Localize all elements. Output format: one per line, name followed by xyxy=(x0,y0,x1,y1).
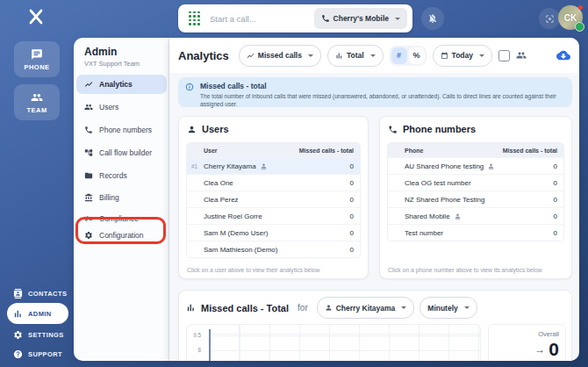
sidebar-item-configuration[interactable]: Configuration xyxy=(76,222,167,248)
cloud-download-button[interactable] xyxy=(556,48,570,62)
user-avatar[interactable]: CK xyxy=(558,5,583,30)
chevron-down-icon xyxy=(401,306,406,309)
y-axis-tick: 8 xyxy=(187,347,201,353)
sidebar-item-records[interactable]: Records xyxy=(76,166,167,185)
row-value: 0 xyxy=(518,229,563,237)
chart-interval-dropdown[interactable]: Minutely xyxy=(419,297,477,319)
chart-plot-area: 9.5 8 6.5 xyxy=(186,324,481,361)
chart-user-dropdown[interactable]: Cherry Kitayama xyxy=(317,297,415,319)
row-value: 0 xyxy=(314,229,360,237)
sidebar-item-analytics[interactable]: Analytics xyxy=(76,75,167,94)
table-row[interactable]: Sam Mathieson (Demo) 0 xyxy=(187,241,360,257)
compare-checkbox[interactable] xyxy=(498,50,510,61)
line-chart-icon xyxy=(247,52,255,60)
row-name: NZ Shared Phone Testing xyxy=(405,196,518,204)
app-window: PHONE TEAM CONTACTS ADMIN SETTINGS SUPPO… xyxy=(0,0,588,367)
row-value: 0 xyxy=(314,179,360,187)
people-icon xyxy=(516,50,527,61)
aggregation-dropdown[interactable]: Total xyxy=(327,45,384,67)
unit-percent-toggle[interactable]: % xyxy=(409,47,425,64)
row-value: 0 xyxy=(314,162,360,170)
date-range-dropdown[interactable]: Today xyxy=(433,45,492,67)
focus-mode-button[interactable] xyxy=(539,8,560,29)
page-title: Analytics xyxy=(178,49,229,62)
start-call-box[interactable]: Cherry's Mobile xyxy=(178,4,412,32)
assigned-user-icon xyxy=(487,162,495,170)
users-panel-title: Users xyxy=(187,124,229,134)
phones-panel-hint: Click on a phone number above to view it… xyxy=(388,267,542,273)
start-call-input[interactable] xyxy=(208,13,314,25)
row-name: Sam M (Demo User) xyxy=(204,229,314,237)
admin-sidebar: Admin VXT Support Team Analytics Users P… xyxy=(74,38,169,361)
table-row[interactable]: Clea One 0 xyxy=(187,174,360,191)
users-table: User Missed calls - total #1 Cherry Kita… xyxy=(186,142,361,258)
overall-summary-card: Overall → 0 xyxy=(488,324,566,361)
overall-value: 0 xyxy=(549,339,559,360)
chart-title: Missed calls - Total xyxy=(201,303,289,313)
row-value: 0 xyxy=(518,212,563,220)
table-row[interactable]: NZ Shared Phone Testing 0 xyxy=(388,191,563,207)
bank-icon xyxy=(84,193,93,202)
phone-handset-icon xyxy=(388,125,398,134)
sidebar-item-phone-numbers[interactable]: Phone numbers xyxy=(76,120,167,140)
device-selector-dropdown[interactable]: Cherry's Mobile xyxy=(314,8,407,29)
sidebar-item-billing[interactable]: Billing xyxy=(76,188,167,207)
contacts-icon xyxy=(13,289,23,299)
sidebar-item-call-flow-builder[interactable]: Call flow builder xyxy=(76,143,167,162)
device-selector-label: Cherry's Mobile xyxy=(333,14,389,23)
nav-phone-button[interactable]: PHONE xyxy=(14,41,60,77)
assigned-user-icon xyxy=(260,162,268,170)
trend-arrow-icon: → xyxy=(534,343,545,356)
sidebar-item-users[interactable]: Users xyxy=(76,97,167,117)
chart-panel: Missed calls - Total for Cherry Kitayama… xyxy=(178,290,572,361)
phone-handset-icon xyxy=(84,126,93,134)
nav-team-button[interactable]: TEAM xyxy=(14,84,60,120)
nav-admin[interactable]: ADMIN xyxy=(7,303,68,324)
row-value: 0 xyxy=(314,196,360,204)
info-banner: Missed calls - total The total number of… xyxy=(178,77,572,107)
phones-table: Phone Missed calls - total AU Shared Pho… xyxy=(387,142,564,241)
chevron-down-icon xyxy=(464,306,470,309)
row-name: Clea OG test number xyxy=(405,179,518,187)
users-panel: Users User Missed calls - total #1 Cherr… xyxy=(178,116,369,279)
flow-tree-icon xyxy=(84,148,93,157)
row-rank: #1 xyxy=(187,163,204,169)
table-row[interactable]: Shared Mobile 0 xyxy=(388,207,563,224)
bar-chart-icon xyxy=(13,309,23,319)
gear-icon xyxy=(84,231,93,240)
assigned-user-icon xyxy=(454,212,462,220)
info-icon xyxy=(185,83,194,103)
table-row[interactable]: AU Shared Phone testing 0 xyxy=(388,157,563,174)
users-panel-hint: Click on a user above to view their anal… xyxy=(187,267,320,273)
chart-header: Missed calls - Total for Cherry Kitayama… xyxy=(186,297,563,319)
nav-contacts[interactable]: CONTACTS xyxy=(7,285,68,302)
notifications-muted-button[interactable] xyxy=(421,7,444,30)
row-name: AU Shared Phone testing xyxy=(405,162,518,170)
banner-title: Missed calls - total xyxy=(200,82,565,90)
people-icon xyxy=(84,103,93,112)
table-row[interactable]: #1 Cherry Kitayama 0 xyxy=(187,157,360,174)
table-row[interactable]: Justine Roel Gorre 0 xyxy=(187,207,360,224)
table-row[interactable]: Test number 0 xyxy=(388,224,563,241)
table-header: User Missed calls - total xyxy=(187,143,360,157)
nav-contacts-label: CONTACTS xyxy=(28,290,67,298)
table-header: Phone Missed calls - total xyxy=(388,143,563,157)
table-row[interactable]: Sam M (Demo User) 0 xyxy=(187,224,360,241)
notification-dot xyxy=(578,5,583,10)
nav-support-label: SUPPORT xyxy=(28,350,62,358)
table-row[interactable]: Clea Perez 0 xyxy=(187,191,360,207)
unit-number-toggle[interactable]: # xyxy=(391,47,407,64)
bar-chart-icon xyxy=(335,52,343,60)
nav-settings[interactable]: SETTINGS xyxy=(7,327,68,343)
row-value: 0 xyxy=(314,212,360,220)
metric-dropdown[interactable]: Missed calls xyxy=(239,45,321,67)
table-row[interactable]: Clea OG test number 0 xyxy=(388,174,563,191)
row-name: Justine Roel Gorre xyxy=(204,212,314,220)
row-value: 0 xyxy=(314,246,360,254)
main-content: Analytics Missed calls Total # % Today xyxy=(169,38,579,361)
nav-team-label: TEAM xyxy=(26,106,47,114)
chevron-down-icon xyxy=(308,54,313,57)
person-icon xyxy=(325,304,333,312)
nav-support[interactable]: SUPPORT xyxy=(7,346,68,363)
avatar-initials: CK xyxy=(564,13,577,23)
